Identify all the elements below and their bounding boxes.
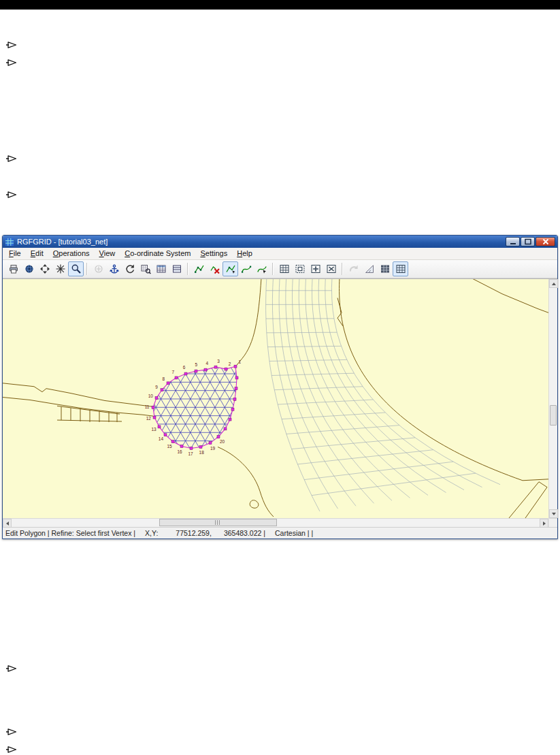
grid-block-icon[interactable] bbox=[323, 261, 339, 276]
menu-file[interactable]: File bbox=[4, 248, 26, 259]
zoom-extent-icon[interactable] bbox=[37, 261, 52, 276]
up-triangle-icon bbox=[552, 283, 556, 285]
menu-view[interactable]: View bbox=[95, 248, 120, 259]
menu-bar: FileEditOperationsViewCo-ordinate System… bbox=[3, 248, 557, 260]
status-y-value: 365483.022 | bbox=[224, 529, 265, 537]
menu-operations[interactable]: Operations bbox=[48, 248, 95, 259]
window-title: RGFGRID - [tutorial03_net] bbox=[17, 238, 506, 246]
status-x-value: 77512.259, bbox=[176, 529, 212, 537]
polygon-edit-icon[interactable] bbox=[223, 261, 238, 276]
grid-view-icon[interactable] bbox=[393, 261, 408, 276]
grid-expand-icon[interactable] bbox=[308, 261, 323, 276]
svg-text:6: 6 bbox=[183, 365, 186, 370]
app-icon bbox=[5, 238, 14, 246]
arrow-bullet-icon bbox=[5, 663, 17, 671]
anchor-icon[interactable] bbox=[106, 261, 122, 276]
app-window: RGFGRID - [tutorial03_net] FileEditOpera… bbox=[2, 235, 558, 539]
horizontal-scrollbar[interactable] bbox=[3, 518, 548, 527]
layers-icon[interactable] bbox=[169, 261, 184, 276]
minimize-button[interactable] bbox=[506, 237, 520, 246]
status-coordinate-system: Cartesian | | bbox=[275, 529, 313, 537]
vertical-scrollbar[interactable] bbox=[548, 279, 557, 518]
polyline-icon[interactable] bbox=[191, 261, 207, 276]
title-bar[interactable]: RGFGRID - [tutorial03_net] bbox=[3, 236, 557, 248]
svg-text:18: 18 bbox=[199, 450, 205, 455]
svg-text:19: 19 bbox=[210, 446, 216, 451]
canvas-background bbox=[3, 279, 548, 518]
spline-edit-icon[interactable] bbox=[254, 261, 269, 276]
arrow-bullet-icon bbox=[5, 744, 17, 752]
page-top-bar bbox=[0, 0, 560, 10]
bottom-scroll-row bbox=[3, 518, 557, 527]
menu-edit[interactable]: Edit bbox=[26, 248, 48, 259]
vertical-scroll-track[interactable] bbox=[549, 288, 557, 509]
svg-text:3: 3 bbox=[217, 359, 220, 364]
window-buttons bbox=[506, 237, 555, 246]
toolbar bbox=[3, 260, 557, 278]
refresh-icon[interactable] bbox=[122, 261, 137, 276]
thumb-grip-icon bbox=[215, 520, 221, 525]
svg-text:14: 14 bbox=[159, 436, 164, 441]
scrollbar-corner bbox=[548, 518, 557, 527]
grid-icon[interactable] bbox=[276, 261, 292, 276]
svg-text:10: 10 bbox=[148, 393, 154, 398]
arrow-bullet-icon bbox=[5, 57, 17, 65]
undo-icon[interactable] bbox=[346, 261, 361, 276]
zoom-icon[interactable] bbox=[68, 261, 84, 276]
svg-text:2: 2 bbox=[229, 362, 231, 366]
spline-icon[interactable] bbox=[238, 261, 254, 276]
status-mode: Edit Polygon | Refine: Select first Vert… bbox=[5, 529, 135, 537]
grid-dark-icon[interactable] bbox=[377, 261, 393, 276]
toolbar-separator bbox=[187, 263, 188, 275]
map-canvas[interactable]: 1234567891011121314151617181920 bbox=[3, 279, 548, 518]
table-icon[interactable] bbox=[153, 261, 169, 276]
close-button[interactable] bbox=[536, 237, 555, 246]
arrow-bullet-icon bbox=[5, 153, 17, 161]
arrow-bullet-icon bbox=[5, 726, 17, 735]
svg-text:12: 12 bbox=[146, 416, 152, 421]
svg-text:5: 5 bbox=[195, 362, 197, 367]
menu-settings[interactable]: Settings bbox=[195, 248, 232, 259]
svg-text:1: 1 bbox=[238, 359, 241, 364]
print-icon[interactable] bbox=[5, 261, 21, 276]
protractor-icon[interactable] bbox=[361, 261, 377, 276]
zoom-grid-icon[interactable] bbox=[137, 261, 153, 276]
svg-text:9: 9 bbox=[155, 385, 158, 389]
content-area: 1234567891011121314151617181920 bbox=[3, 278, 557, 518]
svg-text:15: 15 bbox=[167, 444, 172, 449]
toolbar-separator bbox=[86, 263, 88, 275]
menu-co-ordinate-system[interactable]: Co-ordinate System bbox=[120, 248, 195, 259]
arrow-bullet-icon bbox=[5, 39, 17, 48]
left-triangle-icon bbox=[6, 521, 9, 526]
zoom-box-icon[interactable] bbox=[52, 261, 68, 276]
arrow-bullet-icon bbox=[5, 189, 17, 197]
down-triangle-icon bbox=[552, 513, 556, 515]
vertical-scroll-thumb[interactable] bbox=[550, 405, 557, 425]
svg-text:20: 20 bbox=[220, 439, 225, 444]
svg-text:7: 7 bbox=[171, 370, 174, 374]
svg-text:8: 8 bbox=[162, 376, 165, 381]
toolbar-separator bbox=[342, 263, 343, 275]
right-triangle-icon bbox=[543, 521, 546, 526]
map-drawing[interactable]: 1234567891011121314151617181920 bbox=[3, 279, 548, 518]
status-bar: Edit Polygon | Refine: Select first Vert… bbox=[3, 527, 557, 539]
status-xy-label: X,Y: bbox=[145, 529, 158, 537]
maximize-button[interactable] bbox=[521, 237, 535, 246]
svg-text:11: 11 bbox=[145, 404, 150, 409]
horizontal-scroll-thumb[interactable] bbox=[159, 519, 277, 526]
globe-icon[interactable] bbox=[21, 261, 37, 276]
svg-text:17: 17 bbox=[188, 451, 193, 456]
horizontal-scroll-track[interactable] bbox=[12, 519, 540, 527]
polyline-delete-icon[interactable] bbox=[207, 261, 223, 276]
svg-text:13: 13 bbox=[151, 427, 157, 432]
svg-text:16: 16 bbox=[177, 449, 182, 454]
scroll-down-arrow[interactable] bbox=[549, 509, 558, 518]
scroll-up-arrow[interactable] bbox=[549, 279, 558, 288]
center-point-icon[interactable] bbox=[90, 261, 106, 276]
menu-help[interactable]: Help bbox=[232, 248, 257, 259]
grid-cell-icon[interactable] bbox=[292, 261, 308, 276]
svg-text:4: 4 bbox=[205, 362, 208, 366]
toolbar-separator bbox=[272, 263, 274, 275]
